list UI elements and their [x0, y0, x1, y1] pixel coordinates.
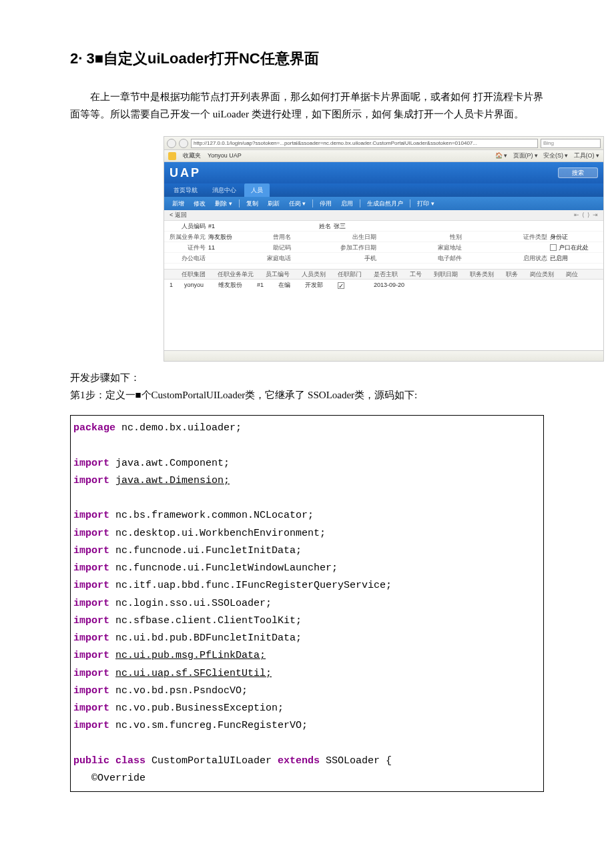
- step1-text: 第1步：定义一■个CustomPortalUILoader类，它继承了 SSOL…: [70, 387, 544, 403]
- form-label-hukou: 户口在此处: [559, 244, 589, 251]
- form-label-birth: 出生日期: [340, 232, 379, 242]
- detail-cell: 开发部: [305, 280, 338, 290]
- toolbar-refresh-button[interactable]: 刷新: [264, 197, 284, 209]
- screenshot-blank-area: [164, 290, 603, 350]
- form-label-name: 姓名: [295, 222, 334, 231]
- uap-search-button[interactable]: 搜索: [558, 167, 598, 178]
- toolbar-print-button[interactable]: 打印 ▾: [413, 197, 438, 209]
- pager-first-icon[interactable]: ⇤: [574, 210, 579, 220]
- pager-next-icon[interactable]: ⟩: [587, 210, 590, 220]
- toolbar-enable-button[interactable]: 启用: [337, 197, 357, 209]
- favorites-menu-home-icon[interactable]: 🏠 ▾: [495, 151, 508, 160]
- form-label-gender: 性别: [426, 232, 465, 242]
- detail-header-row: 任职集团 任职业务单元 员工编号 人员类别 任职部门 是否主职 工号 到职日期 …: [164, 269, 603, 280]
- uap-header: UAP 搜索: [164, 162, 603, 183]
- form-label-email: 电子邮件: [426, 254, 465, 263]
- browser-status-bar: [164, 350, 603, 361]
- form-label-officetel: 办公电话: [170, 254, 208, 263]
- toolbar-copy-button[interactable]: 复制: [242, 197, 262, 209]
- browser-address-bar: http://127.0.0.1/login/uap?ssotoken=...p…: [164, 137, 603, 150]
- favorites-label: 收藏夹: [183, 151, 201, 160]
- form-value-status: 已启用: [550, 254, 597, 263]
- detail-cell: 维友股份: [218, 280, 257, 290]
- detail-cell: yonyou: [184, 280, 218, 290]
- toolbar-delete-button[interactable]: 删除 ▾: [211, 197, 236, 209]
- favorites-menu-tools[interactable]: 工具(O) ▾: [574, 151, 600, 160]
- form-label-homeaddr: 家庭地址: [426, 243, 465, 252]
- detail-header: 任职部门: [338, 270, 374, 279]
- intro-paragraph: 在上一章节中是根据功能节点打开列表界面，那么如何打开单据卡片界面呢，或者如何 打…: [70, 89, 544, 123]
- embedded-screenshot: http://127.0.0.1/login/uap?ssotoken=...p…: [164, 136, 604, 362]
- uap-tab-home[interactable]: 首页导航: [167, 183, 204, 197]
- steps-intro-text: 开发步骤如下：: [70, 370, 544, 386]
- form-value-org: 海友股份: [208, 232, 255, 242]
- form-label-usedname: 曾用名: [255, 232, 294, 242]
- form-label-idno: 证件号: [170, 243, 208, 252]
- form-label-code: 人员编码: [170, 222, 208, 231]
- code-block: package nc.demo.bx.uiloader; import java…: [70, 415, 544, 792]
- checkbox-checked-icon: [338, 282, 344, 289]
- favorites-star-icon[interactable]: [168, 152, 176, 160]
- toolbar-generate-button[interactable]: 生成自然月户: [363, 197, 407, 209]
- form-label-workdate: 参加工作日期: [340, 243, 379, 252]
- detail-header: 人员类别: [302, 270, 338, 279]
- form-label-idtype: 证件类型: [511, 232, 550, 242]
- form-label-org: 所属业务单元: [170, 232, 208, 242]
- back-button[interactable]: < 返回: [170, 210, 187, 220]
- browser-favorites-bar: 收藏夹 Yonyou UAP 🏠 ▾ 页面(P) ▾ 安全(S) ▾ 工具(O)…: [164, 150, 603, 162]
- back-row: < 返回 ⇤ ⟨ ⟩ ⇥: [164, 210, 603, 221]
- toolbar-post-button[interactable]: 任岗 ▾: [285, 197, 310, 209]
- browser-url-field[interactable]: http://127.0.0.1/login/uap?ssotoken=...p…: [191, 139, 538, 148]
- favorites-menu-security[interactable]: 安全(S) ▾: [543, 151, 569, 160]
- detail-header: 到职日期: [434, 270, 470, 279]
- favorites-item[interactable]: Yonyou UAP: [208, 151, 242, 160]
- form-value-idno: 11: [208, 243, 255, 252]
- form-value-name: 张三: [334, 222, 380, 231]
- toolbar-separator: [312, 199, 313, 207]
- detail-header: 职务类别: [470, 270, 506, 279]
- section-heading: 2· 3■自定义uiLoader打开NC任意界面: [70, 47, 544, 70]
- detail-header: 工号: [410, 270, 434, 279]
- toolbar-separator: [360, 199, 360, 207]
- detail-cell: 2013-09-20: [374, 280, 419, 290]
- uap-logo: UAP: [170, 163, 201, 183]
- uap-toolbar: 新增 修改 删除 ▾ 复制 刷新 任岗 ▾ 停用 启用 生成自然月户 打印 ▾: [164, 197, 603, 210]
- toolbar-new-button[interactable]: 新增: [168, 197, 188, 209]
- detail-header: 员工编号: [266, 270, 302, 279]
- toolbar-disable-button[interactable]: 停用: [316, 197, 336, 209]
- detail-header: 任职集团: [182, 270, 218, 279]
- detail-cell: 1: [170, 280, 184, 290]
- toolbar-separator: [410, 199, 410, 207]
- detail-cell: #1: [257, 280, 278, 290]
- form-label-mnemonic: 助记码: [255, 243, 294, 252]
- form-value-code: #1: [208, 222, 255, 231]
- detail-header: 是否主职: [374, 270, 410, 279]
- detail-header: 任职业务单元: [218, 270, 266, 279]
- form-label-mobile: 手机: [340, 254, 379, 263]
- browser-back-icon[interactable]: [167, 139, 176, 148]
- detail-header: 岗位: [566, 270, 590, 279]
- uap-tab-messages[interactable]: 消息中心: [206, 183, 243, 197]
- detail-data-row[interactable]: 1 yonyou 维友股份 #1 在编 开发部 2013-09-20: [164, 280, 603, 290]
- pager-last-icon[interactable]: ⇥: [593, 210, 598, 220]
- browser-forward-icon[interactable]: [179, 139, 188, 148]
- checkbox-icon[interactable]: [550, 244, 557, 251]
- form-area: 人员编码 #1 姓名 张三 所属业务单元 海友股份 曾用名 出生日期 性别 证件…: [164, 221, 603, 290]
- form-label-hometel: 家庭电话: [255, 254, 294, 263]
- detail-header: 职务: [506, 270, 530, 279]
- detail-cell: [338, 280, 359, 290]
- detail-cell: 在编: [278, 280, 305, 290]
- browser-search-field[interactable]: Bing: [541, 139, 601, 148]
- pager-prev-icon[interactable]: ⟨: [582, 210, 585, 220]
- toolbar-edit-button[interactable]: 修改: [190, 197, 210, 209]
- favorites-menu-page[interactable]: 页面(P) ▾: [513, 151, 539, 160]
- form-value-idtype: 身份证: [550, 232, 597, 242]
- uap-tab-personnel[interactable]: 人员: [244, 183, 270, 197]
- detail-header: 岗位类别: [530, 270, 566, 279]
- form-label-status: 启用状态: [511, 254, 550, 263]
- uap-tabs: 首页导航 消息中心 人员: [164, 183, 603, 197]
- toolbar-separator: [239, 199, 240, 207]
